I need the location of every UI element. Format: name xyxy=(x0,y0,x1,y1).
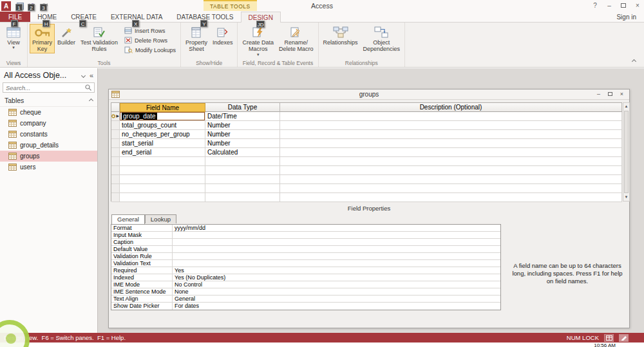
doc-minimize-button[interactable]: – xyxy=(594,90,603,98)
property-value[interactable]: For dates xyxy=(173,303,500,310)
create-data-macros-button[interactable]: Create Data Macros ▾ xyxy=(240,24,276,57)
field-name-cell[interactable]: end_serial xyxy=(120,148,205,157)
property-name[interactable]: Validation Text xyxy=(111,260,173,267)
row-selector-header[interactable] xyxy=(111,103,120,112)
sidebar-item-constants[interactable]: constants xyxy=(0,129,97,140)
property-value[interactable]: No Control xyxy=(173,281,500,288)
tab-home[interactable]: HOME H xyxy=(30,12,64,22)
description-cell[interactable] xyxy=(280,175,622,184)
scrollbar-thumb[interactable] xyxy=(624,111,629,193)
data-type-cell[interactable]: Number xyxy=(205,130,280,139)
sign-in-link[interactable]: Sign in xyxy=(616,12,644,22)
row-selector[interactable] xyxy=(111,166,120,175)
field-name-cell[interactable] xyxy=(120,184,205,193)
tab-external-data[interactable]: EXTERNAL DATA X xyxy=(104,12,169,22)
doc-maximize-button[interactable] xyxy=(605,90,615,98)
row-selector[interactable] xyxy=(111,139,120,148)
sidebar-item-cheque[interactable]: cheque xyxy=(0,107,97,118)
indexes-button[interactable]: Indexes xyxy=(210,24,236,46)
row-selector[interactable] xyxy=(111,184,120,193)
sidebar-item-users[interactable]: users xyxy=(0,162,97,173)
tables-section-header[interactable]: Tables xyxy=(0,95,97,107)
property-value[interactable] xyxy=(173,260,500,267)
data-type-cell[interactable]: Number xyxy=(205,139,280,148)
field-name-header[interactable]: Field Name xyxy=(120,103,205,112)
description-cell[interactable] xyxy=(280,130,622,139)
doc-close-button[interactable]: × xyxy=(617,90,627,98)
tab-database-tools[interactable]: DATABASE TOOLS Y xyxy=(169,12,240,22)
tab-file[interactable]: FILE F xyxy=(0,12,30,22)
property-sheet-button[interactable]: Property Sheet xyxy=(183,24,210,53)
navigation-pane-header[interactable]: All Access Obje... « xyxy=(0,68,97,82)
data-type-cell[interactable] xyxy=(205,184,280,193)
property-value[interactable]: General xyxy=(173,295,500,302)
tab-lookup[interactable]: Lookup xyxy=(145,214,176,223)
description-cell[interactable] xyxy=(280,139,622,148)
rename-delete-macro-button[interactable]: Rename/ Delete Macro xyxy=(276,24,316,53)
property-name[interactable]: Required xyxy=(111,267,173,274)
data-type-cell[interactable]: Calculated xyxy=(205,148,280,157)
tab-design[interactable]: DESIGN JD xyxy=(241,12,281,23)
property-name[interactable]: Input Mask xyxy=(111,232,173,238)
data-type-cell[interactable] xyxy=(205,157,280,166)
search-box[interactable] xyxy=(3,82,95,93)
view-button[interactable]: View ▾ xyxy=(2,24,25,50)
data-type-header[interactable]: Data Type xyxy=(205,103,280,112)
description-cell[interactable] xyxy=(280,112,622,121)
property-name[interactable]: Caption xyxy=(111,239,173,245)
field-name-cell[interactable] xyxy=(120,175,205,184)
data-type-cell[interactable]: Number xyxy=(205,121,280,130)
shutter-bar-close-icon[interactable]: « xyxy=(90,71,93,79)
property-name[interactable]: Format xyxy=(111,225,173,231)
modify-lookups-button[interactable]: Modify Lookups xyxy=(124,46,176,53)
design-view-button[interactable] xyxy=(619,334,629,342)
property-value[interactable] xyxy=(173,253,500,259)
description-cell[interactable] xyxy=(280,157,622,166)
relationships-button[interactable]: Relationships xyxy=(321,24,361,46)
field-name-cell[interactable] xyxy=(120,193,205,202)
property-value[interactable] xyxy=(173,246,500,252)
description-cell[interactable] xyxy=(280,184,622,193)
data-type-cell[interactable]: Date/Time xyxy=(205,112,280,121)
data-type-cell[interactable] xyxy=(205,175,280,184)
description-cell[interactable] xyxy=(280,193,622,202)
row-selector[interactable] xyxy=(111,175,120,184)
property-name[interactable]: IME Mode xyxy=(111,281,173,288)
property-name[interactable]: Indexed xyxy=(111,274,173,281)
description-cell[interactable] xyxy=(280,148,622,157)
data-type-cell[interactable] xyxy=(205,193,280,202)
row-selector[interactable]: ▶ xyxy=(111,112,120,121)
property-value[interactable] xyxy=(173,239,500,245)
search-input[interactable] xyxy=(6,84,85,91)
sidebar-item-group-details[interactable]: group_details xyxy=(0,140,97,151)
scroll-up-icon[interactable]: ▲ xyxy=(623,103,629,110)
sidebar-item-groups[interactable]: groups xyxy=(0,151,97,162)
row-selector[interactable] xyxy=(111,157,120,166)
test-validation-rules-button[interactable]: Test Validation Rules xyxy=(78,24,120,53)
property-name[interactable]: Validation Rule xyxy=(111,253,173,259)
field-name-cell[interactable] xyxy=(120,157,205,166)
object-dependencies-button[interactable]: Object Dependencies xyxy=(361,24,403,53)
primary-key-button[interactable]: Primary Key xyxy=(30,24,55,53)
row-selector[interactable] xyxy=(111,121,120,130)
description-cell[interactable] xyxy=(280,121,622,130)
tab-general[interactable]: General xyxy=(111,214,145,224)
property-value[interactable]: Yes (No Duplicates) xyxy=(173,274,500,281)
row-selector[interactable] xyxy=(111,130,120,139)
datasheet-view-button[interactable] xyxy=(604,334,614,342)
field-name-cell[interactable]: group_date xyxy=(120,112,205,121)
vertical-scrollbar[interactable]: ▲ ▼ xyxy=(623,102,630,202)
row-selector[interactable] xyxy=(111,193,120,202)
data-type-cell[interactable] xyxy=(205,166,280,175)
row-selector[interactable] xyxy=(111,148,120,157)
builder-button[interactable]: Builder xyxy=(55,24,78,46)
tab-create[interactable]: CREATE C xyxy=(64,12,104,22)
delete-rows-button[interactable]: Delete Rows xyxy=(124,37,176,44)
field-name-cell[interactable]: start_serial xyxy=(120,139,205,148)
collapse-ribbon-button[interactable] xyxy=(630,58,638,64)
field-name-cell[interactable]: no_cheques_per_group xyxy=(120,130,205,139)
property-value[interactable]: None xyxy=(173,288,500,295)
insert-rows-button[interactable]: Insert Rows xyxy=(124,27,176,34)
field-name-cell[interactable]: total_groups_count xyxy=(120,121,205,130)
field-name-cell[interactable] xyxy=(120,166,205,175)
